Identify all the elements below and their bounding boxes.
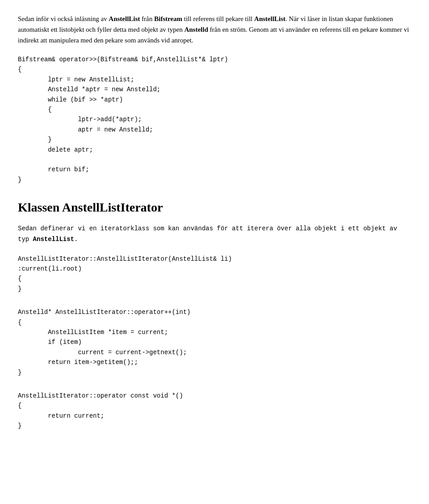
code-block-4: AnstellListIterator::operator const void… [18, 391, 411, 431]
code-block-3: Anstelld* AnstellListIterator::operator+… [18, 307, 411, 377]
code-block-2: AnstellListIterator::AnstellListIterator… [18, 254, 411, 294]
section-intro-iterator: Sedan definerar vi en iteratorklass som … [18, 224, 411, 245]
section-heading-iterator: Klassen AnstellListIterator [18, 198, 411, 217]
intro-paragraph: Sedan inför vi också inläsning av Anstel… [18, 13, 411, 46]
code-block-1: Bifstream& operator>>(Bifstream& bif,Ans… [18, 55, 411, 185]
